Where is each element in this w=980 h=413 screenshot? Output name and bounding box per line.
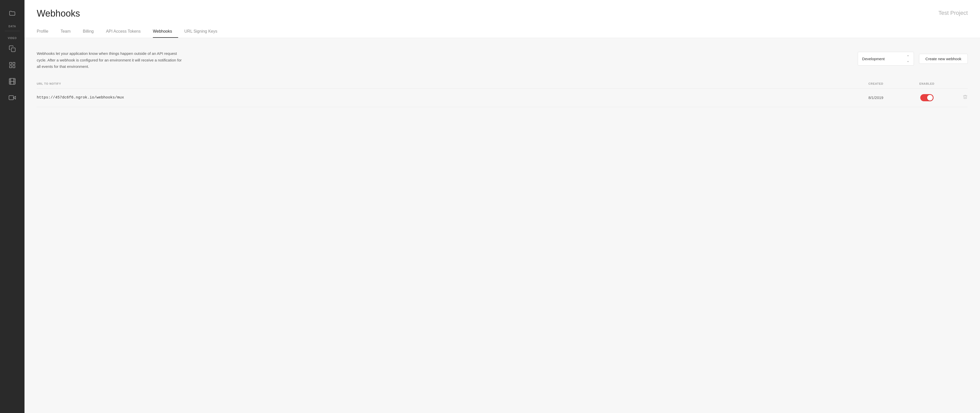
- table-header: URL TO NOTIFY CREATED ENABLED: [37, 82, 968, 89]
- sidebar-icon-film[interactable]: [0, 73, 24, 89]
- top-section: Webhooks let your application know when …: [37, 50, 968, 70]
- delete-webhook-icon[interactable]: [963, 94, 968, 101]
- tab-team[interactable]: Team: [60, 26, 76, 38]
- controls-row: Development ⌃⌄ Create new webhook: [858, 52, 968, 65]
- page-header: Webhooks Test Project Profile Team Billi…: [24, 0, 980, 38]
- svg-rect-4: [13, 65, 15, 68]
- tab-webhooks[interactable]: Webhooks: [153, 26, 178, 38]
- sidebar-icon-copy[interactable]: [0, 41, 24, 57]
- webhook-enabled-cell: [901, 94, 953, 101]
- webhook-url: https://457dc6f6.ngrok.io/webhooks/mux: [37, 95, 850, 100]
- svg-rect-0: [11, 48, 15, 52]
- sidebar-section-data-label: DATA: [0, 21, 24, 29]
- col-header-url: URL TO NOTIFY: [37, 82, 850, 85]
- sidebar-icon-grid[interactable]: [0, 57, 24, 73]
- tab-api-access-tokens[interactable]: API Access Tokens: [106, 26, 147, 38]
- sidebar-section-video-label: VIDEO: [0, 33, 24, 41]
- webhook-actions-cell: [953, 94, 968, 101]
- table-row: https://457dc6f6.ngrok.io/webhooks/mux 8…: [37, 89, 968, 107]
- create-webhook-button[interactable]: Create new webhook: [919, 54, 968, 64]
- toggle-knob: [927, 95, 933, 100]
- main-content: Webhooks Test Project Profile Team Billi…: [24, 0, 980, 413]
- tabs-nav: Profile Team Billing API Access Tokens W…: [37, 26, 968, 38]
- sidebar: DATA VIDEO: [0, 0, 24, 413]
- svg-rect-2: [13, 62, 15, 65]
- environment-dropdown[interactable]: Development ⌃⌄: [858, 52, 914, 65]
- col-header-enabled: ENABLED: [901, 82, 953, 85]
- tab-url-signing-keys[interactable]: URL Signing Keys: [184, 26, 223, 38]
- page-title-row: Webhooks Test Project: [37, 8, 968, 19]
- col-header-actions: [953, 82, 968, 85]
- sidebar-divider-1: [5, 31, 20, 31]
- svg-rect-3: [10, 65, 12, 68]
- svg-marker-13: [14, 96, 16, 99]
- svg-rect-14: [9, 96, 13, 100]
- sidebar-icon-video[interactable]: [0, 89, 24, 106]
- svg-rect-1: [10, 62, 12, 65]
- tab-billing[interactable]: Billing: [83, 26, 100, 38]
- tab-profile[interactable]: Profile: [37, 26, 54, 38]
- chevron-up-down-icon: ⌃⌄: [907, 55, 910, 63]
- col-header-created: CREATED: [850, 82, 901, 85]
- webhook-enabled-toggle[interactable]: [920, 94, 934, 101]
- webhook-description: Webhooks let your application know when …: [37, 50, 185, 70]
- page-body: Webhooks let your application know when …: [24, 38, 980, 413]
- sidebar-icon-folder[interactable]: [0, 5, 24, 21]
- project-name: Test Project: [939, 8, 968, 16]
- page-title: Webhooks: [37, 8, 80, 19]
- webhook-created-date: 8/1/2019: [850, 95, 901, 100]
- environment-dropdown-value: Development: [862, 57, 885, 61]
